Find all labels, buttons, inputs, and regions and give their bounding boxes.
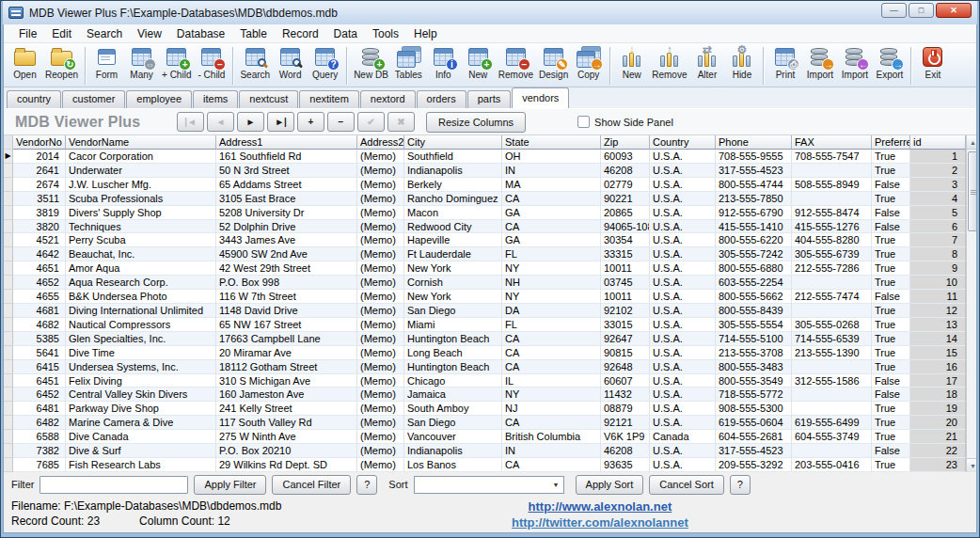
cell[interactable]: 6482 [13, 416, 66, 430]
cell[interactable]: 3820 [13, 220, 66, 234]
cell[interactable]: 310 S Michigan Ave [216, 374, 357, 388]
cell[interactable]: False [872, 374, 910, 388]
row-selector[interactable] [4, 220, 13, 234]
cell[interactable]: False [872, 220, 910, 234]
table-row[interactable]: 3820Techniques52 Dolphin Drive(Memo)Redw… [4, 220, 966, 234]
cell[interactable]: 6588 [13, 430, 66, 444]
cell[interactable]: U.S.A. [650, 247, 716, 261]
tab-items[interactable]: items [193, 90, 238, 108]
cell[interactable]: 11432 [601, 388, 650, 402]
menu-record[interactable]: Record [275, 25, 326, 42]
cell[interactable]: 160 Jameston Ave [216, 388, 357, 402]
cell[interactable]: 415-555-1410 [716, 220, 792, 234]
cell[interactable]: Felix Diving [66, 374, 216, 388]
cell[interactable]: (Memo) [357, 444, 404, 458]
cell[interactable]: (Memo) [357, 192, 404, 206]
toolbar-new-db-button[interactable]: +New DB [351, 45, 391, 86]
cell[interactable]: U.S.A. [650, 150, 716, 164]
resize-columns-button[interactable]: Resize Columns [426, 112, 526, 133]
cell[interactable]: 3443 James Ave [216, 233, 357, 247]
tab-country[interactable]: country [7, 90, 61, 108]
table-row[interactable]: 5641Dive Time20 Miramar Ave(Memo)Long Be… [4, 346, 966, 360]
table-row[interactable]: 3511Scuba Professionals3105 East Brace(M… [4, 192, 966, 206]
cell[interactable]: 2674 [13, 178, 66, 192]
cell[interactable]: V6K 1P9 [601, 430, 650, 444]
vertical-scrollbar[interactable]: ▲ ▼ [966, 135, 977, 472]
toolbar-tables-button[interactable]: Tables [391, 45, 426, 86]
cell[interactable]: DA [502, 304, 601, 318]
cell[interactable]: 20865 [601, 206, 650, 220]
cell[interactable]: 800-555-6220 [716, 233, 792, 247]
cell[interactable]: Berkely [404, 178, 502, 192]
cell[interactable]: Cornish [404, 276, 502, 290]
cell[interactable]: 4642 [13, 247, 66, 261]
menu-table[interactable]: Table [232, 25, 275, 42]
cell[interactable]: 5385 [13, 332, 66, 346]
cell[interactable]: 6451 [13, 374, 66, 388]
cell[interactable]: U.S.A. [650, 164, 716, 178]
cell[interactable]: Rancho Dominguez [404, 192, 502, 206]
first-record-button[interactable]: |◄ [177, 112, 204, 132]
cancel-filter-button[interactable]: Cancel Filter [272, 475, 351, 495]
cell[interactable]: Jamaica [404, 388, 502, 402]
cell[interactable]: NY [502, 261, 601, 276]
toolbar-reopen-button[interactable]: ↻Reopen [42, 45, 81, 86]
cell[interactable]: 08879 [601, 402, 650, 416]
row-selector[interactable] [4, 444, 13, 458]
row-selector[interactable] [4, 192, 13, 206]
cell[interactable]: 16 [910, 360, 966, 374]
cell[interactable]: British Columbia [502, 430, 601, 444]
cell[interactable]: (Memo) [357, 388, 404, 402]
cell[interactable]: True [872, 261, 910, 276]
cell[interactable]: True [872, 150, 910, 164]
cell[interactable]: 7382 [13, 444, 66, 458]
row-selector[interactable] [4, 388, 13, 402]
cell[interactable]: 11 [910, 290, 966, 304]
cell[interactable]: GA [502, 233, 601, 247]
cell[interactable]: (Memo) [357, 290, 404, 304]
table-row[interactable]: 3819Divers' Supply Shop5208 University D… [4, 206, 966, 220]
cell[interactable]: 92647 [601, 332, 650, 346]
toolbar-column-alter-button[interactable]: ⇄Alter [689, 45, 724, 86]
cell[interactable]: Huntington Beach [404, 360, 502, 374]
cell[interactable]: FL [502, 318, 601, 332]
tab-orders[interactable]: orders [417, 90, 466, 108]
row-selector[interactable] [4, 332, 13, 346]
cell[interactable]: 317-555-4523 [716, 164, 792, 178]
cell[interactable]: 3 [910, 178, 966, 192]
row-selector[interactable] [4, 261, 13, 276]
cell[interactable]: 8 [910, 247, 966, 261]
minimize-button[interactable]: — [881, 3, 907, 18]
cell[interactable]: 1 [910, 150, 966, 164]
cell[interactable]: CA [502, 332, 601, 346]
cell[interactable]: 92121 [601, 416, 650, 430]
toolbar-query-button[interactable]: ?Query [308, 45, 342, 86]
tab-parts[interactable]: parts [467, 90, 511, 108]
cell[interactable]: 275 W Ninth Ave [216, 430, 357, 444]
cell[interactable]: CA [502, 360, 601, 374]
cell[interactable]: Scuba Professionals [66, 192, 216, 206]
cell[interactable]: 19 [910, 402, 966, 416]
cell[interactable]: 10 [910, 276, 966, 290]
cell[interactable]: Underwater [66, 164, 216, 178]
cell[interactable]: True [872, 318, 910, 332]
cell[interactable]: 116 W 7th Street [216, 290, 357, 304]
cell[interactable]: 33015 [601, 318, 650, 332]
column-header-zip[interactable]: Zip [601, 135, 650, 150]
menu-database[interactable]: Database [169, 25, 232, 42]
column-header-vendorno[interactable]: VendorNo [13, 135, 66, 150]
cell[interactable]: 508-555-8949 [792, 178, 872, 192]
table-row[interactable]: 2674J.W. Luscher Mfg.65 Addams Street(Me… [4, 178, 966, 192]
cell[interactable]: 213-555-7850 [716, 192, 792, 206]
cell[interactable]: 10011 [601, 290, 650, 304]
cell[interactable]: New York [404, 261, 502, 276]
cell[interactable]: 15 [910, 346, 966, 360]
cell[interactable]: 800-555-8439 [716, 304, 792, 318]
cell[interactable]: 17 [910, 374, 966, 388]
cell[interactable]: MA [502, 178, 601, 192]
cell[interactable]: U.S.A. [650, 276, 716, 290]
cell[interactable]: 13 [910, 318, 966, 332]
toolbar-import-db-button[interactable]: ←Import [837, 45, 872, 86]
table-row[interactable]: 7685Fish Research Labs29 Wilkins Rd Dept… [4, 458, 966, 472]
cell[interactable]: (Memo) [357, 261, 404, 276]
